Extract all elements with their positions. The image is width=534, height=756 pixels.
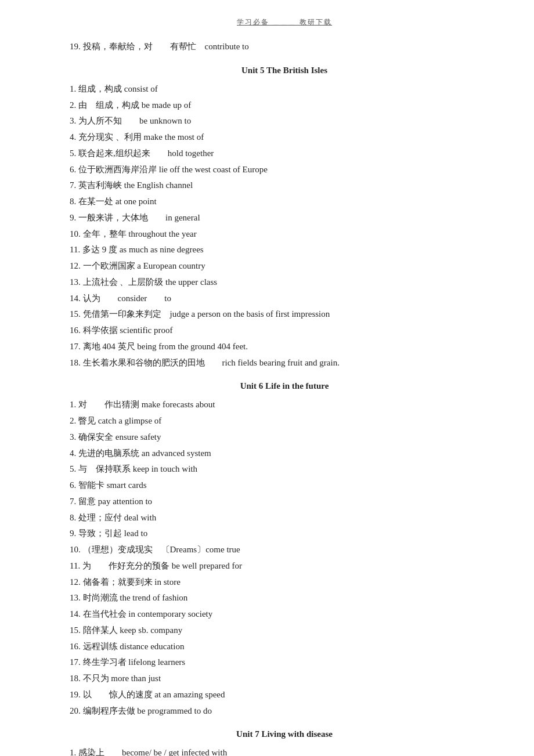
list-item: 6. 智能卡 smart cards [70,478,499,494]
list-item: 1. 组成，构成 consist of [70,81,499,97]
list-item: 6. 位于欧洲西海岸沿岸 lie off the west coast of E… [70,162,499,178]
list-item: 12. 一个欧洲国家 a European country [70,258,499,274]
list-item: 13. 时尚潮流 the trend of fashion [70,590,499,606]
list-item: 10. （理想）变成现实 〔Dreams〕come true [70,542,499,558]
list-item: 7. 留意 pay attention to [70,494,499,510]
list-item: 5. 联合起来,组织起来 hold together [70,146,499,162]
page-header: 学习必备 ＿＿＿ 教研下载 [70,17,499,27]
list-item: 9. 导致；引起 lead to [70,526,499,542]
sections-container: Unit 5 The British Isles1. 组成，构成 consist… [70,66,499,756]
list-item: 11. 为 作好充分的预备 be well prepared for [70,558,499,574]
list-item: 12. 储备着；就要到来 in store [70,574,499,591]
list-item: 8. 处理；应付 deal with [70,510,499,526]
list-item: 8. 在某一处 at one point [70,194,499,210]
intro-item: 19. 投稿，奉献给，对 有帮忙 contribute to [70,39,499,55]
list-item: 16. 远程训练 distance education [70,639,499,655]
list-item: 2. 瞥见 catch a glimpse of [70,413,499,429]
list-item: 15. 凭借第一印象来判定 judge a person on the basi… [70,306,499,323]
list-item: 4. 充分现实 、利用 make the most of [70,129,499,146]
list-item: 1. 对 作出猜测 make forecasts about [70,397,499,413]
list-item: 18. 不只为 more than just [70,671,499,687]
list-item: 10. 全年，整年 throughout the year [70,226,499,243]
list-item: 17. 终生学习者 lifelong learners [70,654,499,671]
list-item: 16. 科学依据 scientific proof [70,323,499,339]
list-item: 2. 由 组成，构成 be made up of [70,97,499,114]
section-list-2: 1. 感染上 become/ be / get infected with [70,745,499,756]
section-title-0: Unit 5 The British Isles [70,66,499,75]
list-item: 5. 与 保持联系 keep in touch with [70,461,499,478]
list-item: 14. 在当代社会 in contemporary society [70,606,499,623]
list-item: 14. 认为 consider to [70,291,499,307]
list-item: 19. 以 惊人的速度 at an amazing speed [70,687,499,703]
list-item: 3. 确保安全 ensure safety [70,429,499,446]
list-item: 3. 为人所不知 be unknown to [70,113,499,129]
section-title-2: Unit 7 Living with disease [70,729,499,739]
list-item: 7. 英吉利海峡 the English channel [70,178,499,194]
list-item: 1. 感染上 become/ be / get infected with [70,745,499,756]
list-item: 9. 一般来讲，大体地 in general [70,210,499,226]
list-item: 4. 先进的电脑系统 an advanced system [70,446,499,462]
section-list-1: 1. 对 作出猜测 make forecasts about2. 瞥见 catc… [70,397,499,719]
list-item: 13. 上流社会 、上层阶级 the upper class [70,274,499,291]
section-list-0: 1. 组成，构成 consist of2. 由 组成，构成 be made up… [70,81,499,371]
list-item: 15. 陪伴某人 keep sb. company [70,623,499,639]
list-item: 18. 生长着水果和谷物的肥沃的田地 rich fields bearing f… [70,355,499,371]
list-item: 20. 编制程序去做 be programmed to do [70,703,499,719]
list-item: 17. 离地 404 英尺 being from the ground 404 … [70,339,499,355]
section-title-1: Unit 6 Life in the future [70,381,499,391]
list-item: 11. 多达 9 度 as much as nine degrees [70,242,499,258]
